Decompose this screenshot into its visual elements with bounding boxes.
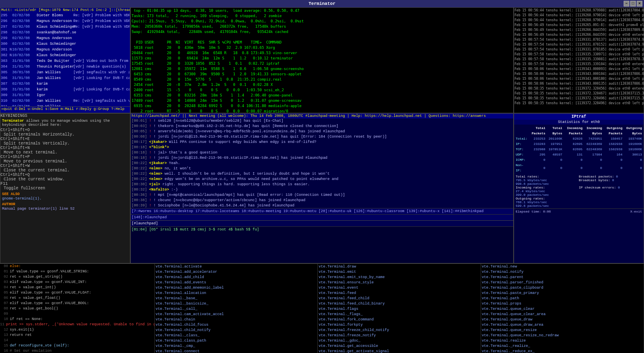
email-header: Mutt: =Lists/vdr [Msgs:1079 New:174 Post… (0, 8, 130, 13)
irc-message: [00:17] <jkakar> Will PPA continue to su… (131, 140, 513, 145)
email-list[interactable]: 29502/02/08Dieter BlomsRe: [vdr] Problem… (0, 13, 130, 106)
irc-input-line[interactable]: [#launchpad] (131, 220, 513, 226)
email-row[interactable]: 31002/02/08Jan WilliesRe: [vdr] segfault… (0, 98, 130, 104)
code-completion-item[interactable]: vte.Terminal.queue_clear (482, 307, 643, 312)
email-row[interactable]: 30331/01/08Teds De Ruijter[vdr] Video ou… (0, 58, 130, 64)
code-completion-item[interactable]: vte.Terminal.parent (482, 275, 643, 280)
code-completion-item[interactable]: vte.Terminal.queue_resize_no_redraw (482, 333, 643, 338)
code-area: 00else:01 if value.type == gconf.VALUE_S… (0, 263, 644, 353)
code-completion-item[interactable]: vte.Terminal.add_child (156, 275, 317, 280)
email-row[interactable]: 29502/02/08Dieter BlomsRe: [vdr] Problem… (0, 13, 130, 18)
author-text: Manual page terminator(1) line 52 (0, 207, 130, 211)
kb-entry: F11 (0, 182, 130, 186)
irc-message: [00:30] <jal> right. supporting things i… (131, 182, 513, 187)
code-left: 00else:01 if value.type == gconf.VALUE_S… (0, 264, 155, 353)
email-row[interactable]: 30431/01/08Theunis Potgieter[vdr] newbie… (0, 64, 130, 70)
code-line: 00else: (0, 264, 154, 269)
email-row[interactable]: 30002/02/08Klaus Schmiedinger (0, 41, 130, 47)
minimize-button[interactable]: − (624, 1, 629, 7)
code-completion-item[interactable]: vte.Terminal.paste_clipboard (482, 285, 643, 291)
code-completion-item[interactable]: vte.Terminal._gdoc_ (319, 338, 479, 344)
code-completion-item[interactable]: vte.Terminal.props (482, 301, 643, 307)
email-row[interactable]: 30931/01/08Igor (0, 92, 130, 98)
code-completion-item[interactable]: vte.Terminal.paste_primary (482, 291, 643, 296)
code-completion-item[interactable]: vte.Terminal.forkpty (319, 322, 479, 328)
email-row[interactable]: 302 N10/02/08Klaus Schmiedinger (0, 53, 130, 58)
code-completion-item[interactable]: vte.Terminal._basicsize_ (156, 301, 317, 307)
email-row[interactable]: 29902/02/08Magnus Andersson (0, 35, 130, 41)
code-completion-item[interactable]: vte.Terminal.connect (156, 349, 317, 353)
code-completion-item[interactable]: vte.Terminal.ensure_style (319, 280, 479, 285)
code-completion-item[interactable]: vte.Terminal._flags_ (319, 312, 479, 317)
code-completion-item[interactable]: vte.Terminal._call_ (156, 307, 317, 312)
code-completion-item[interactable]: vte.Terminal.emit (319, 270, 479, 275)
code-completion-item[interactable]: vte.Terminal._class_ (156, 333, 317, 338)
code-completion-item[interactable]: vte.Terminal.new (482, 264, 643, 270)
code-completion-item[interactable]: vte.Terminal.queue_draw_area (482, 322, 643, 328)
irc-tabs-line2[interactable]: [140]:#launchpad (131, 214, 513, 220)
irc-message: [00:22] <jkakar> Yeah. (131, 161, 513, 166)
code-completion-item[interactable]: vte.Terminal._realize_ (482, 344, 643, 349)
kb-entry: Ctrl+Shift+N (0, 146, 130, 150)
code-completion-item[interactable]: vte.Terminal.notify (482, 270, 643, 275)
code-completion-item[interactable]: vte.Terminal.draw (319, 264, 479, 270)
code-completion-item[interactable]: vte.Terminal._cmp_ (156, 344, 317, 349)
irc-message: [00:22] <elmo> no, it won't (131, 166, 513, 171)
code-completion-item[interactable]: vte.Terminal.allocation (156, 291, 317, 296)
close-button[interactable]: × (637, 1, 642, 7)
email-row[interactable]: 30831/01/08karim[vdr] Looking for DVB-T … (0, 87, 130, 92)
maximize-button[interactable]: □ (630, 1, 636, 7)
email-row[interactable]: 31101/02/08Jan Willies (0, 104, 130, 106)
email-row[interactable]: 29702/02/08Klaus SchmiedingerRe: [vdr] P… (0, 24, 130, 30)
code-completion-item[interactable]: vte.Terminal.chain (156, 317, 317, 322)
irc-message: [00:18] ! ! jal> that's a good question (131, 150, 513, 156)
irc-tabs-text2: [140]:#launchpad (132, 215, 167, 219)
email-row[interactable]: 30702/02/08karim (0, 81, 130, 87)
code-completion-item[interactable]: vte.Terminal.activate (156, 264, 317, 270)
code-completion-item[interactable]: vte.Terminal.child_notify (156, 328, 317, 333)
code-completion-item[interactable]: vte.Terminal.cam_activate_accel (156, 312, 317, 317)
keybindings-panel: KEYBINDINGS Terminator allows you to man… (0, 113, 130, 263)
code-completion-item[interactable]: vte.Terminal.add_accelerator (156, 270, 317, 275)
code-completion-item[interactable]: vte.Terminal.flags (319, 307, 479, 312)
email-row[interactable]: 30631/01/08Jan Willies[vdr] Looking for … (0, 75, 130, 81)
email-row[interactable]: 29802/02/08svankan@bahnhof.se (0, 30, 130, 35)
code-completion-item[interactable]: vte.Terminal.child_focus (156, 322, 317, 328)
irc-url-bar: https://launchpad.net/ || Next meeting (… (131, 114, 513, 118)
irc-tabs-line[interactable]: [7:#worms 16:#ubuntu-desktop 17:#ubuntu-… (131, 208, 513, 214)
email-row[interactable]: 29602/02/08Magnus AnderssonRe: [vdr] Pro… (0, 18, 130, 24)
kernel-panel: Feb 15 00:56:44 tenshu kernel: [1139260.… (514, 7, 644, 113)
code-completion-item[interactable]: vte.Terminal.fork_command (319, 317, 479, 322)
kb-entry: Ctrl+Shift+Q (0, 173, 130, 177)
code-completion-item[interactable]: vte.Terminal.parser_finished (482, 280, 643, 285)
email-status: =quit d:Del u:Undel s:Save m:Mail r:Repl… (0, 106, 130, 112)
code-completion-item[interactable]: vte.Terminal.freeze_notify (319, 333, 479, 338)
app-name: Terminator (2, 119, 24, 123)
code-completion-item[interactable]: vte.Terminal.class_path (156, 338, 317, 344)
email-row[interactable]: 301 N10/02/08Magnus Andersson (0, 47, 130, 53)
email-row[interactable]: 30530/01/08Jan Willies[vdr] segfaults wi… (0, 70, 130, 75)
code-completion-item[interactable]: vte.Terminal.realize (482, 338, 643, 344)
code-completion-item[interactable]: vte.Terminal.queue_resize (482, 328, 643, 333)
irc-message: [00:18] <*blink*> (131, 145, 513, 150)
code-completion-item[interactable]: vte.Terminal.add_events (156, 280, 317, 285)
iptraf-subtitle: Statistics for eth0 (514, 120, 644, 125)
code-completion-item[interactable]: vte.Terminal.get_activate_signal (319, 349, 479, 353)
code-completion-item[interactable]: vte.Terminal.path (482, 296, 643, 301)
code-completion-item[interactable]: vte.Terminal._reduce_ex_ (482, 349, 643, 353)
code-completion-item[interactable]: vte.Terminal.queue_clear_area (482, 312, 643, 317)
kb-desc: Split terminals Horizontally. (0, 132, 130, 137)
code-completion-item[interactable]: vte.Terminal.event (319, 285, 479, 291)
code-line: 16 # Set our emulation (0, 349, 154, 353)
code-completion-item[interactable]: vte.Terminal.feed (319, 291, 479, 296)
code-completion-item[interactable]: vte.Terminal.feed_child (319, 296, 479, 301)
code-completion-item[interactable]: vte.Terminal.add_mnemonic_label (156, 285, 317, 291)
code-completion-item[interactable]: vte.Terminal.get_accessible (319, 344, 479, 349)
irc-input-prompt: [#launchpad] (132, 221, 158, 226)
code-completion-item[interactable]: vte.Terminal.queue_draw (482, 317, 643, 322)
irc-message: [00:22] <elmo> edgy won't be on archive.… (131, 177, 513, 182)
code-completion-item[interactable]: vte.Terminal.emit_stop_by_name (319, 275, 479, 280)
code-completion-item[interactable]: vte.Terminal.freeze_child_notify (319, 328, 479, 333)
code-completion-item[interactable]: vte.Terminal.feed_child_binary (319, 301, 479, 307)
code-completion-item[interactable]: vte.Terminal._base_ (156, 296, 317, 301)
